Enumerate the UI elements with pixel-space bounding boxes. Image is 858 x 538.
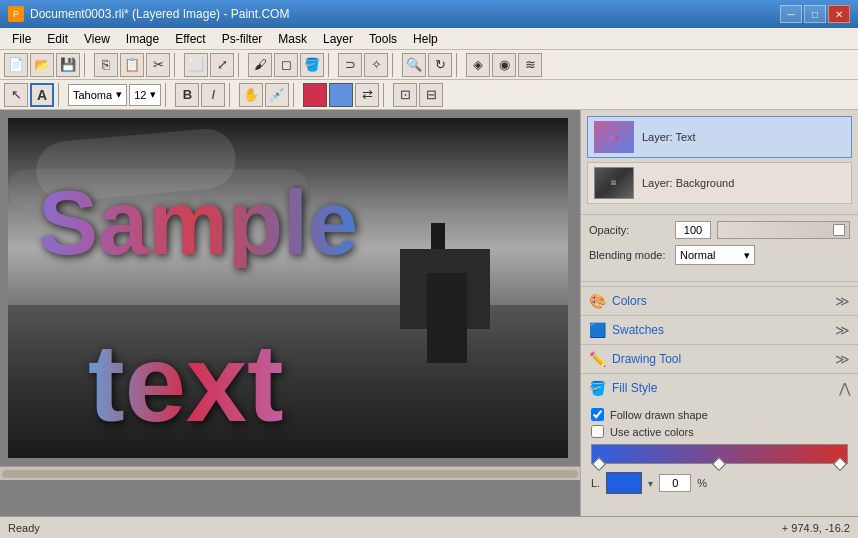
- gradient-handle-mid[interactable]: [712, 457, 726, 471]
- toolbar-row-2: ↖ A Tahoma▾ 12▾ B I ✋ 💉 ⇄ ⊡ ⊟: [0, 80, 858, 110]
- layer-bg-thumbnail: 🏛: [594, 167, 634, 199]
- view-actual[interactable]: ⊟: [419, 83, 443, 107]
- colors-header[interactable]: 🎨 Colors ≫: [581, 287, 858, 315]
- rect-select-button[interactable]: ⬜: [184, 53, 208, 77]
- fill-style-header[interactable]: 🪣 Fill Style ⋀: [581, 374, 858, 402]
- opacity-slider[interactable]: [717, 221, 850, 239]
- brush-button[interactable]: 🖌: [248, 53, 272, 77]
- color-swatch-button[interactable]: [606, 472, 642, 494]
- opacity-slider-thumb: [833, 224, 845, 236]
- layer-bg-item[interactable]: 🏛 Layer: Background: [587, 162, 852, 204]
- close-button[interactable]: ✕: [828, 5, 850, 23]
- swap-colors[interactable]: ⇄: [355, 83, 379, 107]
- maximize-button[interactable]: □: [804, 5, 826, 23]
- colors-collapse-icon[interactable]: ≫: [835, 293, 850, 309]
- drawing-tool-collapse-icon[interactable]: ≫: [835, 351, 850, 367]
- hand-tool[interactable]: ✋: [239, 83, 263, 107]
- minimize-button[interactable]: ─: [780, 5, 802, 23]
- opacity-input[interactable]: [675, 221, 711, 239]
- canvas-area: Sample text: [0, 110, 580, 516]
- layer-text-name: Layer: Text: [642, 131, 696, 143]
- menu-edit[interactable]: Edit: [39, 30, 76, 48]
- italic-button[interactable]: I: [201, 83, 225, 107]
- eraser-button[interactable]: ◻: [274, 53, 298, 77]
- fill-style-collapse-icon[interactable]: ⋀: [839, 380, 850, 396]
- blending-mode-row: Blending mode: Normal ▾: [589, 245, 850, 265]
- toolbar-separator-4: [328, 53, 334, 77]
- font-size-dropdown[interactable]: 12▾: [129, 84, 161, 106]
- canvas-image[interactable]: Sample text: [8, 118, 568, 458]
- bg-color-btn[interactable]: [329, 83, 353, 107]
- swatches-collapse-icon[interactable]: ≫: [835, 322, 850, 338]
- menu-view[interactable]: View: [76, 30, 118, 48]
- open-button[interactable]: 📂: [30, 53, 54, 77]
- new-button[interactable]: 📄: [4, 53, 28, 77]
- swatches-section: 🟦 Swatches ≫: [581, 315, 858, 344]
- gradient-handle-right[interactable]: [833, 457, 847, 471]
- blending-mode-select[interactable]: Normal ▾: [675, 245, 755, 265]
- rotate-button[interactable]: ↻: [428, 53, 452, 77]
- swatches-icon: 🟦: [589, 322, 606, 338]
- color-swatch-dropdown[interactable]: ▾: [648, 478, 653, 489]
- stamp-button[interactable]: ◈: [466, 53, 490, 77]
- view-fit[interactable]: ⊡: [393, 83, 417, 107]
- save-button[interactable]: 💾: [56, 53, 80, 77]
- tool-select[interactable]: ↖: [4, 83, 28, 107]
- font-family-dropdown[interactable]: Tahoma▾: [68, 84, 127, 106]
- menu-layer[interactable]: Layer: [315, 30, 361, 48]
- window-controls[interactable]: ─ □ ✕: [780, 5, 850, 23]
- smudge-button[interactable]: ≋: [518, 53, 542, 77]
- drawing-tool-header[interactable]: ✏️ Drawing Tool ≫: [581, 345, 858, 373]
- menu-psfilter[interactable]: Ps-filter: [214, 30, 271, 48]
- menu-mask[interactable]: Mask: [270, 30, 315, 48]
- layer-bg-name: Layer: Background: [642, 177, 734, 189]
- active-colors-row: Use active colors: [591, 425, 848, 438]
- menu-effect[interactable]: Effect: [167, 30, 213, 48]
- blend-section: Opacity: Blending mode: Normal ▾: [581, 214, 858, 277]
- gradient-bar-container: [591, 444, 848, 464]
- toolbar-separator-3: [238, 53, 244, 77]
- lasso-button[interactable]: ⊃: [338, 53, 362, 77]
- layer-text-item[interactable]: Aa Layer: Text: [587, 116, 852, 158]
- copy-button[interactable]: ⎘: [94, 53, 118, 77]
- follow-shape-checkbox[interactable]: [591, 408, 604, 421]
- active-colors-checkbox[interactable]: [591, 425, 604, 438]
- toolbar2-sep5: [383, 83, 389, 107]
- gradient-pct-input[interactable]: [659, 474, 691, 492]
- app-icon: P: [8, 6, 24, 22]
- paste-button[interactable]: 📋: [120, 53, 144, 77]
- fill-button[interactable]: 🪣: [300, 53, 324, 77]
- colors-icon: 🎨: [589, 293, 606, 309]
- swatches-header[interactable]: 🟦 Swatches ≫: [581, 316, 858, 344]
- toolbar-separator-5: [392, 53, 398, 77]
- gradient-handle-left[interactable]: [592, 457, 606, 471]
- text-tool-btn[interactable]: A: [30, 83, 54, 107]
- canvas-sample-text: Sample: [38, 178, 358, 268]
- eyedropper-tool[interactable]: 💉: [265, 83, 289, 107]
- menu-file[interactable]: File: [4, 30, 39, 48]
- status-coords: + 974.9, -16.2: [782, 522, 850, 534]
- scrollbar-track[interactable]: [2, 470, 578, 478]
- drawing-tool-label: Drawing Tool: [612, 352, 681, 366]
- toolbar2-sep3: [229, 83, 235, 107]
- menu-tools[interactable]: Tools: [361, 30, 405, 48]
- menu-help[interactable]: Help: [405, 30, 446, 48]
- gradient-bar[interactable]: [591, 444, 848, 464]
- clone-button[interactable]: ◉: [492, 53, 516, 77]
- bold-button[interactable]: B: [175, 83, 199, 107]
- zoom-button[interactable]: 🔍: [402, 53, 426, 77]
- menu-image[interactable]: Image: [118, 30, 167, 48]
- opacity-row: Opacity:: [589, 221, 850, 239]
- toolbar-row-1: 📄 📂 💾 ⎘ 📋 ✂ ⬜ ⤢ 🖌 ◻ 🪣 ⊃ ✧ 🔍 ↻ ◈ ◉ ≋: [0, 50, 858, 80]
- fill-style-content: Follow drawn shape Use active colors: [581, 402, 858, 500]
- pct-symbol: %: [697, 477, 707, 489]
- fill-style-label: Fill Style: [612, 381, 657, 395]
- magic-wand[interactable]: ✧: [364, 53, 388, 77]
- colors-title-group: 🎨 Colors: [589, 293, 647, 309]
- fg-color-btn[interactable]: [303, 83, 327, 107]
- status-bar: Ready + 974.9, -16.2: [0, 516, 858, 538]
- transform-button[interactable]: ⤢: [210, 53, 234, 77]
- drawing-tool-section: ✏️ Drawing Tool ≫: [581, 344, 858, 373]
- horizontal-scrollbar[interactable]: [0, 466, 580, 480]
- cut-button[interactable]: ✂: [146, 53, 170, 77]
